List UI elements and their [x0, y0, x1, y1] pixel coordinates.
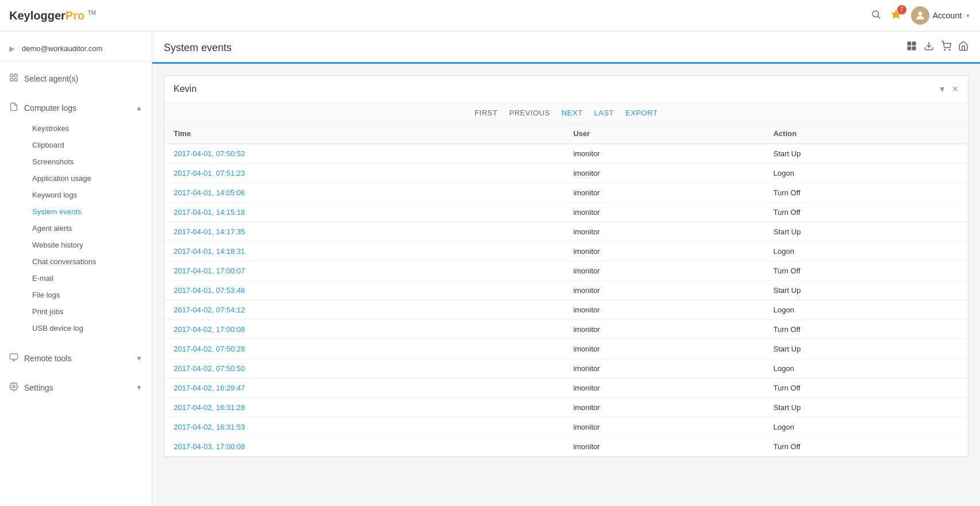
cell-user: imonitor	[564, 418, 764, 437]
sidebar-user[interactable]: ▶ demo@workauditor.com	[0, 36, 152, 61]
sidebar-item-website-history[interactable]: Website history	[28, 237, 143, 253]
pagination-last[interactable]: LAST	[594, 109, 614, 117]
select-agents-button[interactable]: Select agent(s)	[9, 68, 143, 88]
svg-rect-4	[10, 74, 13, 77]
cell-time[interactable]: 2017-04-01, 14:18:31	[164, 242, 564, 261]
cell-user: imonitor	[564, 398, 764, 418]
home-icon[interactable]	[958, 41, 969, 54]
cell-action: Turn Off	[764, 203, 968, 222]
events-table: Time User Action 2017-04-01, 07:50:52imo…	[164, 123, 968, 457]
pagination-export[interactable]: EXPORT	[625, 109, 658, 117]
cell-time[interactable]: 2017-04-02, 07:50:28	[164, 339, 564, 359]
computer-logs-chevron-icon: ▲	[136, 104, 143, 112]
svg-rect-5	[14, 74, 17, 77]
system-events-card: Kevin ▼ ✕ FIRST PREVIOUS NEXT LAST EXPOR…	[164, 75, 969, 457]
cell-action: Logon	[764, 164, 968, 183]
svg-rect-14	[908, 47, 912, 51]
sidebar-item-keyword-logs[interactable]: Keyword logs	[28, 187, 143, 203]
svg-rect-12	[908, 42, 912, 46]
cell-time[interactable]: 2017-04-01, 14:15:18	[164, 203, 564, 222]
cell-time[interactable]: 2017-04-01, 07:50:52	[164, 144, 564, 164]
account-chevron-icon: ▼	[965, 13, 971, 19]
cell-action: Start Up	[764, 222, 968, 242]
cell-action: Turn Off	[764, 378, 968, 398]
account-button[interactable]: Account ▼	[911, 6, 971, 25]
cell-time[interactable]: 2017-04-02, 16:31:28	[164, 398, 564, 418]
sidebar-section-settings: Settings ▼	[0, 370, 152, 400]
sidebar: ▶ demo@workauditor.com Select agent(s) C…	[0, 32, 152, 506]
computer-logs-label: Computer logs	[24, 103, 76, 113]
sidebar-item-application-usage[interactable]: Application usage	[28, 170, 143, 187]
pagination-bar: FIRST PREVIOUS NEXT LAST EXPORT	[164, 103, 968, 123]
table-row: 2017-04-02, 07:54:12imonitorLogon	[164, 300, 968, 320]
table-row: 2017-04-01, 07:51:23imonitorLogon	[164, 164, 968, 183]
cell-user: imonitor	[564, 339, 764, 359]
col-user: User	[564, 123, 764, 144]
main-content: System events Kevin	[152, 32, 980, 506]
sidebar-item-agent-alerts[interactable]: Agent alerts	[28, 220, 143, 237]
remote-tools-header[interactable]: Remote tools ▼	[9, 348, 143, 368]
svg-rect-13	[912, 42, 916, 46]
cell-time[interactable]: 2017-04-01, 14:05:06	[164, 183, 564, 203]
table-row: 2017-04-01, 07:50:52imonitorStart Up	[164, 144, 968, 164]
table-row: 2017-04-01, 14:17:35imonitorStart Up	[164, 222, 968, 242]
windows-icon[interactable]	[906, 41, 917, 54]
cell-time[interactable]: 2017-04-01, 07:51:23	[164, 164, 564, 183]
sidebar-item-system-events[interactable]: System events	[28, 203, 143, 220]
card-title: Kevin	[174, 84, 197, 94]
sidebar-item-screenshots[interactable]: Screenshots	[28, 153, 143, 170]
cell-time[interactable]: 2017-04-01, 17:00:07	[164, 261, 564, 281]
remote-tools-icon	[9, 353, 18, 364]
logo-tm: TM	[88, 10, 96, 16]
cart-icon[interactable]	[941, 41, 951, 54]
cell-time[interactable]: 2017-04-02, 16:29:47	[164, 378, 564, 398]
sidebar-item-keystrokes[interactable]: Keystrokes	[28, 120, 143, 137]
table-row: 2017-04-02, 16:31:28imonitorStart Up	[164, 398, 968, 418]
cell-action: Logon	[764, 300, 968, 320]
dropdown-icon[interactable]: ▼	[938, 84, 946, 94]
logo: KeyloggerPro TM	[9, 9, 96, 22]
svg-rect-7	[14, 78, 17, 81]
pagination-first[interactable]: FIRST	[475, 109, 498, 117]
card-header-icons: ▼ ✕	[938, 84, 959, 94]
search-icon[interactable]	[871, 9, 881, 22]
computer-logs-header[interactable]: Computer logs ▲	[9, 98, 143, 118]
cell-time[interactable]: 2017-04-02, 07:50:50	[164, 359, 564, 378]
cell-user: imonitor	[564, 300, 764, 320]
pagination-previous[interactable]: PREVIOUS	[509, 109, 550, 117]
table-row: 2017-04-02, 17:00:08imonitorTurn Off	[164, 320, 968, 339]
logo-pro: Pro	[66, 9, 84, 22]
layout: ▶ demo@workauditor.com Select agent(s) C…	[0, 32, 980, 506]
cell-time[interactable]: 2017-04-01, 07:53:48	[164, 281, 564, 300]
close-icon[interactable]: ✕	[952, 84, 959, 94]
cell-time[interactable]: 2017-04-02, 07:54:12	[164, 300, 564, 320]
notifications-icon[interactable]: 7	[890, 9, 902, 23]
svg-rect-8	[10, 354, 17, 359]
cell-user: imonitor	[564, 183, 764, 203]
sidebar-item-print-jobs[interactable]: Print jobs	[28, 303, 143, 320]
cell-time[interactable]: 2017-04-02, 16:31:53	[164, 418, 564, 437]
sidebar-item-email[interactable]: E-mail	[28, 270, 143, 287]
sidebar-item-chat-conversations[interactable]: Chat conversations	[28, 253, 143, 270]
download-icon[interactable]	[924, 41, 934, 54]
cell-action: Start Up	[764, 281, 968, 300]
col-time: Time	[164, 123, 564, 144]
table-row: 2017-04-02, 16:31:53imonitorLogon	[164, 418, 968, 437]
sidebar-item-clipboard[interactable]: Clipboard	[28, 137, 143, 153]
cell-time[interactable]: 2017-04-01, 14:17:35	[164, 222, 564, 242]
svg-point-17	[944, 49, 946, 51]
pagination-next[interactable]: NEXT	[562, 109, 583, 117]
cell-action: Logon	[764, 242, 968, 261]
computer-logs-menu: KeystrokesClipboardScreenshotsApplicatio…	[9, 118, 143, 339]
svg-point-3	[918, 11, 922, 16]
logo-keylogger: Keylogger	[9, 9, 66, 22]
computer-logs-icon	[9, 102, 18, 113]
cell-user: imonitor	[564, 437, 764, 457]
sidebar-item-usb-device-log[interactable]: USB device log	[28, 320, 143, 337]
svg-point-0	[873, 11, 879, 17]
settings-header[interactable]: Settings ▼	[9, 377, 143, 397]
sidebar-item-file-logs[interactable]: File logs	[28, 287, 143, 303]
cell-time[interactable]: 2017-04-02, 17:00:08	[164, 320, 564, 339]
cell-time[interactable]: 2017-04-03, 17:00:08	[164, 437, 564, 457]
cell-action: Start Up	[764, 144, 968, 164]
